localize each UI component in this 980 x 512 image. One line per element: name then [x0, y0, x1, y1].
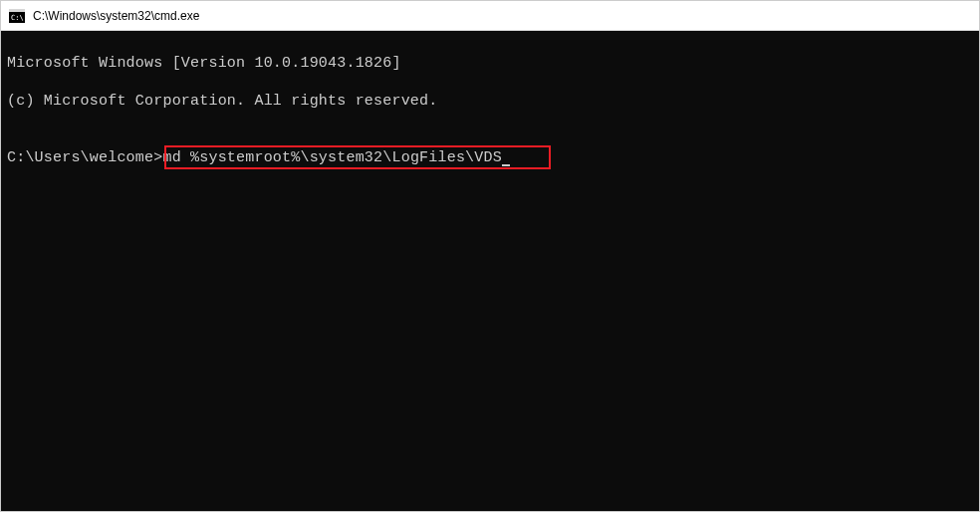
- terminal-output[interactable]: Microsoft Windows [Version 10.0.19043.18…: [1, 31, 979, 511]
- titlebar[interactable]: C:\ C:\Windows\system32\cmd.exe: [1, 1, 979, 31]
- cmd-icon: C:\: [9, 9, 25, 23]
- svg-rect-1: [9, 9, 25, 12]
- window-title: C:\Windows\system32\cmd.exe: [33, 9, 199, 23]
- terminal-prompt-line: C:\Users\welcome>md %systemroot%\system3…: [7, 148, 510, 167]
- terminal-prompt: C:\Users\welcome>: [7, 149, 162, 166]
- svg-text:C:\: C:\: [11, 14, 24, 22]
- cmd-window: C:\ C:\Windows\system32\cmd.exe Microsof…: [0, 0, 980, 512]
- terminal-command-input[interactable]: md %systemroot%\system32\LogFiles\VDS: [162, 149, 501, 166]
- terminal-line-copyright: (c) Microsoft Corporation. All rights re…: [7, 92, 973, 111]
- terminal-cursor: [502, 164, 510, 166]
- terminal-line-version: Microsoft Windows [Version 10.0.19043.18…: [7, 54, 973, 73]
